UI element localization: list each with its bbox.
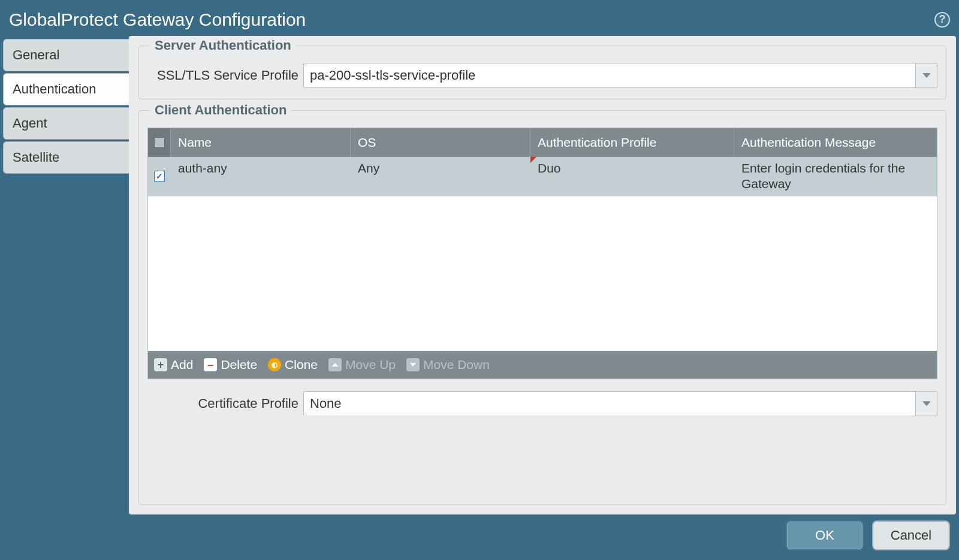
certificate-profile-row: Certificate Profile None bbox=[147, 391, 937, 416]
client-authentication-legend: Client Authentication bbox=[150, 102, 291, 118]
table-row[interactable]: ✓ auth-any Any Duo Enter login credentia… bbox=[148, 157, 937, 196]
sidebar-tab-satellite[interactable]: Satellite bbox=[3, 141, 129, 174]
modified-indicator-icon bbox=[530, 157, 536, 163]
dialog-body: General Authentication Agent Satellite S… bbox=[3, 36, 956, 514]
move-down-button-label: Move Down bbox=[423, 358, 490, 372]
certificate-profile-value: None bbox=[304, 392, 915, 416]
sidebar-tab-authentication[interactable]: Authentication bbox=[3, 73, 129, 105]
clone-icon: ◐ bbox=[268, 358, 281, 371]
ok-button[interactable]: OK bbox=[786, 520, 864, 550]
row-checkbox-cell[interactable]: ✓ bbox=[148, 157, 171, 196]
chevron-down-icon bbox=[922, 73, 931, 78]
row-checkbox[interactable]: ✓ bbox=[154, 171, 165, 181]
cancel-button[interactable]: Cancel bbox=[872, 520, 950, 550]
ssl-profile-label: SSL/TLS Service Profile bbox=[147, 68, 303, 83]
move-up-button: Move Up bbox=[328, 358, 396, 372]
sidebar-tab-general[interactable]: General bbox=[3, 39, 129, 71]
cell-auth-profile: Duo bbox=[530, 157, 734, 196]
arrow-down-icon bbox=[406, 358, 420, 371]
minus-icon: – bbox=[204, 358, 217, 371]
certificate-profile-dropdown[interactable]: None bbox=[303, 391, 937, 416]
column-header-name[interactable]: Name bbox=[171, 128, 351, 157]
titlebar: GlobalProtect Gateway Configuration ? bbox=[3, 3, 956, 36]
delete-button[interactable]: – Delete bbox=[204, 358, 257, 372]
ssl-profile-dropdown[interactable]: pa-200-ssl-tls-service-profile bbox=[303, 63, 937, 88]
window-title: GlobalProtect Gateway Configuration bbox=[9, 10, 306, 30]
column-header-auth-profile[interactable]: Authentication Profile bbox=[530, 128, 734, 157]
sidebar: General Authentication Agent Satellite bbox=[3, 36, 129, 514]
arrow-up-icon bbox=[328, 358, 342, 371]
cell-name: auth-any bbox=[171, 157, 351, 196]
cell-auth-message: Enter login credentials for the Gateway bbox=[734, 157, 937, 196]
ssl-profile-value: pa-200-ssl-tls-service-profile bbox=[304, 63, 915, 87]
dialog-footer: OK Cancel bbox=[3, 514, 956, 560]
sidebar-tab-agent[interactable]: Agent bbox=[3, 107, 129, 140]
delete-button-label: Delete bbox=[221, 358, 257, 372]
header-checkbox-cell[interactable] bbox=[148, 128, 171, 157]
dialog-window: GlobalProtect Gateway Configuration ? Ge… bbox=[0, 0, 959, 560]
column-header-os[interactable]: OS bbox=[351, 128, 530, 157]
client-authentication-group: Client Authentication Name OS Authentica… bbox=[138, 110, 946, 505]
clone-button-label: Clone bbox=[285, 358, 318, 372]
cell-os: Any bbox=[351, 157, 530, 196]
move-up-button-label: Move Up bbox=[345, 358, 396, 372]
table-header: Name OS Authentication Profile Authentic… bbox=[148, 128, 937, 157]
column-header-auth-message[interactable]: Authentication Message bbox=[734, 128, 937, 157]
table-toolbar: + Add – Delete ◐ Clone bbox=[148, 351, 937, 379]
table-body: ✓ auth-any Any Duo Enter login credentia… bbox=[148, 157, 937, 351]
client-auth-table: Name OS Authentication Profile Authentic… bbox=[147, 128, 937, 379]
help-icon[interactable]: ? bbox=[934, 12, 950, 28]
ssl-profile-dropdown-button[interactable] bbox=[915, 63, 937, 87]
certificate-profile-label: Certificate Profile bbox=[147, 396, 303, 411]
select-all-checkbox[interactable] bbox=[154, 137, 165, 148]
plus-icon: + bbox=[154, 358, 167, 371]
ssl-profile-row: SSL/TLS Service Profile pa-200-ssl-tls-s… bbox=[147, 63, 937, 88]
clone-button[interactable]: ◐ Clone bbox=[268, 358, 318, 372]
add-button-label: Add bbox=[171, 358, 193, 372]
main-panel: Server Authentication SSL/TLS Service Pr… bbox=[129, 36, 956, 514]
add-button[interactable]: + Add bbox=[154, 358, 193, 372]
certificate-profile-dropdown-button[interactable] bbox=[915, 392, 937, 416]
chevron-down-icon bbox=[922, 401, 931, 406]
move-down-button: Move Down bbox=[406, 358, 490, 372]
server-authentication-group: Server Authentication SSL/TLS Service Pr… bbox=[138, 46, 946, 99]
server-authentication-legend: Server Authentication bbox=[150, 38, 296, 53]
